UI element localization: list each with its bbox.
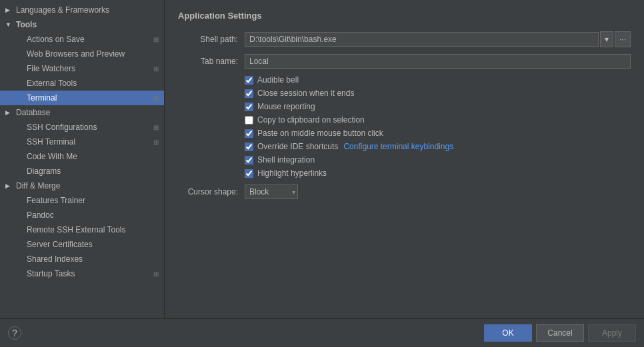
checkbox-label-copy-to-clipboard[interactable]: Copy to clipboard on selection [257,115,365,125]
tab-name-label: Tab name: [178,57,245,66]
checkbox-row-mouse-reporting: Mouse reporting [178,102,631,111]
checkbox-highlight-hyperlinks[interactable] [245,169,253,178]
sidebar-label-web-browsers: Web Browsers and Preview [27,49,125,59]
sidebar-label-external-tools: External Tools [27,79,77,88]
sidebar-label-diff-merge: Diff & Merge [16,181,60,190]
sidebar-item-server-certificates[interactable]: Server Certificates [0,237,164,252]
arrow-icon-languages-frameworks: ▶ [5,7,13,13]
sidebar-icon-ssh-terminal: ⊞ [153,139,159,146]
sidebar-icon-file-watchers: ⊞ [153,65,159,73]
sidebar-icon-ssh-configurations: ⊞ [153,124,159,131]
checkbox-label-highlight-hyperlinks[interactable]: Highlight hyperlinks [257,169,327,178]
sidebar-item-pandoc[interactable]: Pandoc [0,208,164,222]
checkbox-label-close-session[interactable]: Close session when it ends [257,89,354,98]
main-content: Application Settings Shell path: ▾ ··· T… [165,0,644,318]
checkbox-label-paste-middle-mouse[interactable]: Paste on middle mouse button click [257,129,383,138]
checkbox-copy-to-clipboard[interactable] [245,116,253,125]
sidebar-label-file-watchers: File Watchers [27,64,75,73]
checkbox-close-session[interactable] [245,89,253,98]
cursor-shape-field: BlockUnderlineVertical [245,184,631,199]
keybindings-link[interactable]: Configure terminal keybindings [343,142,453,151]
sidebar-item-features-trainer[interactable]: Features Trainer [0,193,164,208]
shell-path-more-btn[interactable]: ··· [615,31,631,47]
apply-button[interactable]: Apply [588,324,636,342]
sidebar-label-tools: Tools [16,20,37,29]
sidebar-label-database: Database [16,108,50,117]
checkbox-label-audible-bell[interactable]: Audible bell [257,75,299,85]
dialog-body: ▶Languages & Frameworks▼ToolsActions on … [0,0,644,318]
sidebar-label-features-trainer: Features Trainer [27,196,85,205]
sidebar-item-shared-indexes[interactable]: Shared Indexes [0,252,164,266]
sidebar-label-pandoc: Pandoc [27,210,54,220]
checkbox-row-close-session: Close session when it ends [178,89,631,98]
ok-button[interactable]: OK [484,324,532,342]
cursor-shape-label: Cursor shape: [178,187,245,196]
sidebar-item-terminal[interactable]: Terminal⊞ [0,91,164,105]
shell-path-row: Shell path: ▾ ··· [178,31,631,47]
checkbox-override-ide-shortcuts[interactable] [245,143,253,151]
tab-name-field [245,54,631,69]
help-button[interactable]: ? [8,326,21,340]
sidebar-label-diagrams: Diagrams [27,167,61,176]
cursor-shape-select-wrapper: BlockUnderlineVertical [245,184,298,199]
sidebar-item-startup-tasks[interactable]: Startup Tasks⊞ [0,266,164,281]
sidebar-icon-terminal: ⊞ [153,95,159,102]
shell-path-label: Shell path: [178,35,245,44]
sidebar-item-external-tools[interactable]: External Tools [0,76,164,91]
sidebar-item-web-browsers[interactable]: Web Browsers and Preview [0,47,164,61]
sidebar-item-tools[interactable]: ▼Tools [0,17,164,32]
section-title: Application Settings [178,11,631,21]
checkbox-label-shell-integration[interactable]: Shell integration [257,155,315,165]
checkboxes-container: Audible bellClose session when it endsMo… [178,75,631,178]
checkbox-row-copy-to-clipboard: Copy to clipboard on selection [178,115,631,125]
sidebar-item-diff-merge[interactable]: ▶Diff & Merge [0,178,164,193]
sidebar-label-languages-frameworks: Languages & Frameworks [16,5,109,15]
sidebar-item-actions-on-save[interactable]: Actions on Save⊞ [0,32,164,47]
sidebar-item-database[interactable]: ▶Database [0,105,164,120]
checkbox-row-highlight-hyperlinks: Highlight hyperlinks [178,169,631,178]
checkbox-paste-middle-mouse[interactable] [245,129,253,138]
checkbox-shell-integration[interactable] [245,156,253,165]
checkbox-row-paste-middle-mouse: Paste on middle mouse button click [178,129,631,138]
settings-dialog: ▶Languages & Frameworks▼ToolsActions on … [0,0,644,347]
arrow-icon-tools: ▼ [5,21,13,28]
sidebar-item-code-with-me[interactable]: Code With Me [0,149,164,164]
checkbox-row-audible-bell: Audible bell [178,75,631,85]
sidebar-item-file-watchers[interactable]: File Watchers⊞ [0,61,164,76]
checkbox-audible-bell[interactable] [245,76,253,85]
sidebar-label-shared-indexes: Shared Indexes [27,254,83,264]
sidebar-label-ssh-configurations: SSH Configurations [27,123,97,132]
shell-path-dropdown-btn[interactable]: ▾ [600,31,613,47]
checkbox-row-override-ide-shortcuts: Override IDE shortcutsConfigure terminal… [178,142,631,151]
cursor-shape-select[interactable]: BlockUnderlineVertical [245,184,298,199]
sidebar-icon-actions-on-save: ⊞ [153,36,159,43]
sidebar-label-actions-on-save: Actions on Save [27,35,85,44]
cancel-button[interactable]: Cancel [536,324,584,342]
cursor-shape-row: Cursor shape: BlockUnderlineVertical [178,184,631,199]
tab-name-row: Tab name: [178,54,631,69]
sidebar-label-terminal: Terminal [27,93,57,103]
arrow-icon-diff-merge: ▶ [5,182,13,189]
sidebar-label-code-with-me: Code With Me [27,152,77,161]
checkbox-mouse-reporting[interactable] [245,103,253,111]
tab-name-input[interactable] [245,54,631,69]
sidebar-label-startup-tasks: Startup Tasks [27,269,75,278]
sidebar-item-languages-frameworks[interactable]: ▶Languages & Frameworks [0,3,164,17]
sidebar-label-remote-ssh: Remote SSH External Tools [27,225,126,234]
checkbox-label-override-ide-shortcuts[interactable]: Override IDE shortcuts [257,142,338,151]
sidebar: ▶Languages & Frameworks▼ToolsActions on … [0,0,165,318]
checkbox-label-mouse-reporting[interactable]: Mouse reporting [257,102,315,111]
sidebar-label-server-certificates: Server Certificates [27,240,93,249]
checkbox-row-shell-integration: Shell integration [178,155,631,165]
sidebar-item-ssh-terminal[interactable]: SSH Terminal⊞ [0,135,164,149]
sidebar-label-ssh-terminal: SSH Terminal [27,137,75,147]
sidebar-item-remote-ssh[interactable]: Remote SSH External Tools [0,222,164,237]
arrow-icon-database: ▶ [5,109,13,116]
sidebar-icon-startup-tasks: ⊞ [153,270,159,278]
dialog-footer: ? OK Cancel Apply [0,318,644,347]
shell-path-input[interactable] [245,32,599,47]
sidebar-item-ssh-configurations[interactable]: SSH Configurations⊞ [0,120,164,135]
sidebar-item-diagrams[interactable]: Diagrams [0,164,164,178]
shell-path-field: ▾ ··· [245,31,631,47]
